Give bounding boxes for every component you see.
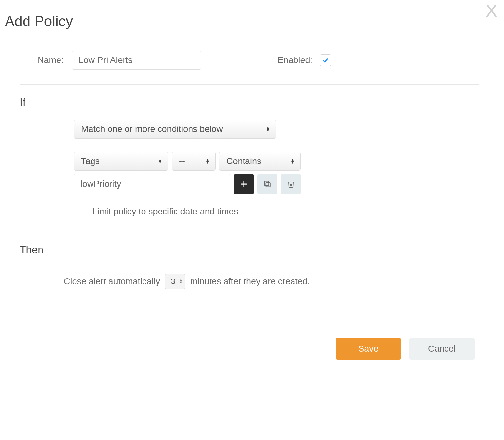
divider bbox=[20, 84, 479, 85]
enabled-group: Enabled: bbox=[278, 54, 332, 66]
name-label: Name: bbox=[38, 55, 64, 65]
updown-icon: ▲▼ bbox=[205, 159, 210, 164]
trash-icon bbox=[287, 180, 295, 188]
condition-value-row bbox=[74, 174, 494, 194]
copy-icon bbox=[263, 180, 272, 188]
limit-row: Limit policy to specific date and times bbox=[74, 206, 494, 217]
dialog-title: Add Policy bbox=[5, 13, 494, 29]
enabled-label: Enabled: bbox=[278, 55, 313, 65]
updown-icon: ▲▼ bbox=[290, 159, 294, 164]
match-mode-value: Match one or more conditions below bbox=[81, 124, 223, 134]
cancel-button[interactable]: Cancel bbox=[409, 338, 475, 360]
divider bbox=[20, 232, 479, 232]
svg-rect-2 bbox=[266, 183, 270, 187]
svg-rect-3 bbox=[264, 181, 269, 185]
enabled-checkbox[interactable] bbox=[320, 54, 331, 66]
dialog-footer: Save Cancel bbox=[5, 338, 475, 360]
condition-row: Tags ▲▼ -- ▲▼ Contains ▲▼ bbox=[74, 152, 494, 171]
condition-comparator-select[interactable]: Contains ▲▼ bbox=[219, 152, 301, 171]
name-enabled-row: Name: Enabled: bbox=[38, 51, 494, 70]
condition-field-value: Tags bbox=[81, 156, 100, 166]
then-body: Close alert automatically 3 ▲▼ minutes a… bbox=[64, 274, 494, 289]
minutes-stepper[interactable]: 3 ▲▼ bbox=[165, 274, 185, 289]
check-icon bbox=[322, 57, 329, 64]
minutes-value: 3 bbox=[169, 277, 176, 286]
condition-comparator-value: Contains bbox=[227, 156, 261, 166]
plus-icon bbox=[240, 180, 248, 188]
stepper-arrows-icon: ▲▼ bbox=[179, 279, 183, 284]
condition-value-input[interactable] bbox=[74, 174, 230, 194]
if-heading: If bbox=[20, 96, 494, 108]
condition-op-select[interactable]: -- ▲▼ bbox=[172, 152, 216, 171]
save-button[interactable]: Save bbox=[336, 338, 401, 360]
condition-op-value: -- bbox=[179, 156, 185, 166]
then-suffix: minutes after they are created. bbox=[190, 277, 310, 287]
limit-label: Limit policy to specific date and times bbox=[92, 207, 238, 217]
updown-icon: ▲▼ bbox=[266, 127, 270, 132]
limit-checkbox[interactable] bbox=[74, 206, 85, 217]
then-heading: Then bbox=[20, 244, 494, 256]
duplicate-condition-button[interactable] bbox=[257, 174, 277, 194]
match-mode-select[interactable]: Match one or more conditions below ▲▼ bbox=[74, 120, 276, 139]
add-policy-dialog: X Add Policy Name: Enabled: If Match one… bbox=[0, 0, 504, 440]
add-condition-button[interactable] bbox=[234, 174, 254, 194]
updown-icon: ▲▼ bbox=[158, 159, 162, 164]
delete-condition-button[interactable] bbox=[281, 174, 301, 194]
name-input[interactable] bbox=[72, 51, 201, 70]
condition-field-select[interactable]: Tags ▲▼ bbox=[74, 152, 168, 171]
close-icon[interactable]: X bbox=[485, 2, 497, 20]
if-body: Match one or more conditions below ▲▼ Ta… bbox=[74, 120, 494, 217]
then-prefix: Close alert automatically bbox=[64, 277, 160, 287]
